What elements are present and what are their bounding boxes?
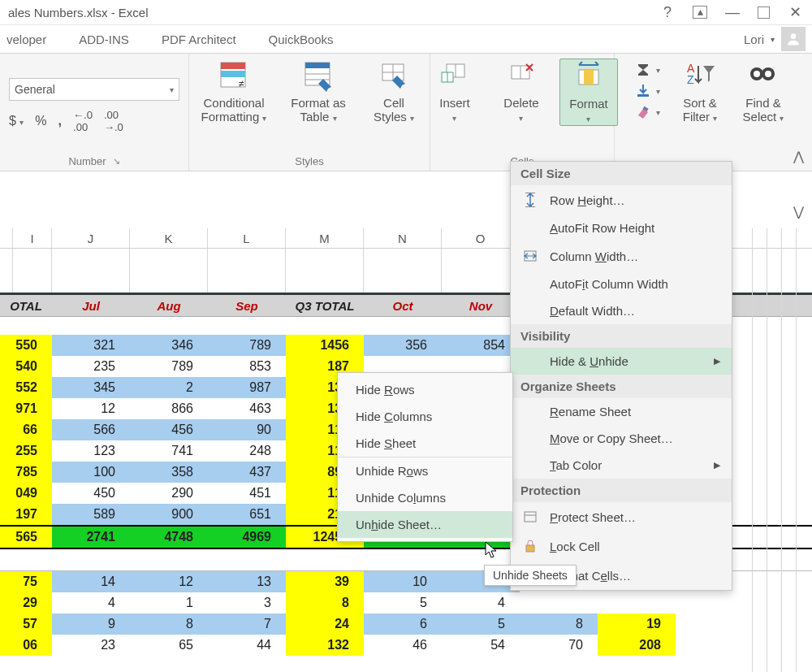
table-cell[interactable]: 1 <box>130 592 208 613</box>
table-cell[interactable]: 565 <box>0 527 52 548</box>
table-cell[interactable]: 57 <box>0 613 52 635</box>
table-cell[interactable]: 356 <box>364 335 442 356</box>
table-cell[interactable]: 456 <box>130 419 208 440</box>
submenu-unhide-sheet[interactable]: Unhide Sheet… <box>338 511 512 538</box>
table-cell[interactable]: 44 <box>208 635 286 656</box>
table-cell[interactable]: 132 <box>286 635 364 656</box>
table-cell[interactable]: 346 <box>130 335 208 356</box>
table-cell[interactable]: 5 <box>442 613 520 635</box>
table-cell[interactable]: 049 <box>0 483 52 504</box>
tab-quickbooks[interactable]: QuickBooks <box>269 33 334 46</box>
table-cell[interactable]: 23 <box>52 635 130 656</box>
table-cell[interactable]: 566 <box>52 419 130 440</box>
currency-button[interactable]: $ ▾ <box>9 114 24 128</box>
table-cell[interactable]: 197 <box>0 504 52 525</box>
table-cell[interactable]: 13 <box>208 571 286 592</box>
menu-protect-sheet[interactable]: Protect Sheet… <box>511 502 732 531</box>
menu-move-copy[interactable]: Move or Copy Sheet… <box>511 425 732 452</box>
menu-tab-color[interactable]: Tab Color▶ <box>511 452 732 479</box>
table-cell[interactable]: 4969 <box>208 527 286 548</box>
table-cell[interactable]: 1456 <box>286 335 364 356</box>
table-cell[interactable]: 789 <box>208 335 286 356</box>
table-cell[interactable]: 6 <box>364 613 442 635</box>
table-cell[interactable]: 785 <box>0 462 52 483</box>
table-cell[interactable]: 2741 <box>52 527 130 548</box>
close-icon[interactable]: ✕ <box>788 3 802 21</box>
ribbon-options-icon[interactable]: ▴ <box>693 6 707 19</box>
autosum-button[interactable]: ▾ <box>635 62 660 78</box>
table-cell[interactable]: 66 <box>0 419 52 440</box>
tab-pdf-architect[interactable]: PDF Architect <box>162 33 236 46</box>
table-cell[interactable]: 358 <box>130 462 208 483</box>
clear-button[interactable]: ▾ <box>635 104 660 120</box>
table-cell[interactable]: 90 <box>208 419 286 440</box>
table-cell[interactable]: 552 <box>0 377 52 398</box>
table-cell[interactable]: 75 <box>0 571 52 592</box>
table-cell[interactable]: 550 <box>0 335 52 356</box>
menu-autofit-col[interactable]: AutoFit Column Width <box>511 271 732 297</box>
table-cell[interactable]: 589 <box>52 504 130 525</box>
fill-button[interactable]: ▾ <box>635 83 660 99</box>
table-cell[interactable]: 2 <box>130 377 208 398</box>
table-cell[interactable]: 4 <box>442 592 520 613</box>
table-cell[interactable]: 19 <box>598 613 676 635</box>
table-cell[interactable]: 451 <box>208 483 286 504</box>
table-cell[interactable]: 70 <box>520 635 598 656</box>
help-icon[interactable]: ? <box>660 4 675 21</box>
table-cell[interactable]: 3 <box>208 592 286 613</box>
menu-column-width[interactable]: Column Width… <box>511 241 732 271</box>
table-cell[interactable]: 854 <box>442 335 520 356</box>
table-cell[interactable]: 12 <box>130 571 208 592</box>
table-cell[interactable]: 651 <box>208 504 286 525</box>
table-cell[interactable]: 866 <box>130 398 208 419</box>
table-cell[interactable]: 8 <box>520 613 598 635</box>
table-cell[interactable]: 853 <box>208 356 286 377</box>
percent-button[interactable]: % <box>35 114 46 128</box>
sort-filter-button[interactable]: AZ Sort &Filter ▾ <box>672 59 728 124</box>
cell-styles-button[interactable]: CellStyles ▾ <box>365 59 422 124</box>
menu-row-height[interactable]: Row Height… <box>511 185 732 215</box>
submenu-hide-rows[interactable]: Hide Rows <box>338 376 512 403</box>
table-cell[interactable]: 8 <box>286 592 364 613</box>
table-cell[interactable]: 8 <box>130 613 208 635</box>
table-cell[interactable]: 06 <box>0 635 52 656</box>
table-cell[interactable]: 4 <box>52 592 130 613</box>
table-cell[interactable]: 971 <box>0 398 52 419</box>
table-cell[interactable]: 255 <box>0 440 52 462</box>
table-cell[interactable]: 39 <box>286 571 364 592</box>
table-cell[interactable]: 450 <box>52 483 130 504</box>
table-cell[interactable]: 248 <box>208 440 286 462</box>
table-cell[interactable]: 290 <box>130 483 208 504</box>
table-cell[interactable]: 29 <box>0 592 52 613</box>
table-cell[interactable]: 14 <box>52 571 130 592</box>
submenu-unhide-rows[interactable]: Unhide Rows <box>338 457 512 484</box>
menu-lock-cell[interactable]: Lock Cell <box>511 531 732 561</box>
comma-button[interactable]: , <box>58 114 62 128</box>
format-as-table-button[interactable]: Format asTable ▾ <box>281 59 356 124</box>
table-cell[interactable]: 24 <box>286 613 364 635</box>
table-cell[interactable]: 208 <box>598 635 676 656</box>
table-cell[interactable]: 12 <box>52 398 130 419</box>
menu-default-width[interactable]: Default Width… <box>511 297 732 324</box>
submenu-hide-columns[interactable]: Hide Columns <box>338 403 512 430</box>
menu-rename-sheet[interactable]: Rename Sheet <box>511 398 732 425</box>
submenu-hide-sheet[interactable]: Hide Sheet <box>338 430 512 457</box>
user-area[interactable]: Lori ▾ <box>744 27 806 51</box>
table-cell[interactable]: 235 <box>52 356 130 377</box>
formula-bar-expand-icon[interactable]: ⋁ <box>793 204 804 219</box>
table-cell[interactable]: 789 <box>130 356 208 377</box>
delete-button[interactable]: Delete▾ <box>493 59 550 124</box>
increase-decimal-button[interactable]: ←.0.00 <box>73 109 93 133</box>
minimize-icon[interactable]: — <box>725 4 740 21</box>
tab-developer[interactable]: veloper <box>6 33 46 46</box>
submenu-unhide-columns[interactable]: Unhide Columns <box>338 484 512 511</box>
table-cell[interactable]: 4748 <box>130 527 208 548</box>
collapse-ribbon-icon[interactable]: ⋀ <box>793 149 804 164</box>
table-cell[interactable]: 345 <box>52 377 130 398</box>
conditional-formatting-button[interactable]: ≠ ConditionalFormatting ▾ <box>197 59 271 124</box>
table-cell[interactable]: 100 <box>52 462 130 483</box>
table-cell[interactable]: 65 <box>130 635 208 656</box>
table-cell[interactable]: 9 <box>52 613 130 635</box>
insert-button[interactable]: Insert▾ <box>426 59 483 124</box>
menu-autofit-row[interactable]: AutoFit Row Height <box>511 215 732 241</box>
